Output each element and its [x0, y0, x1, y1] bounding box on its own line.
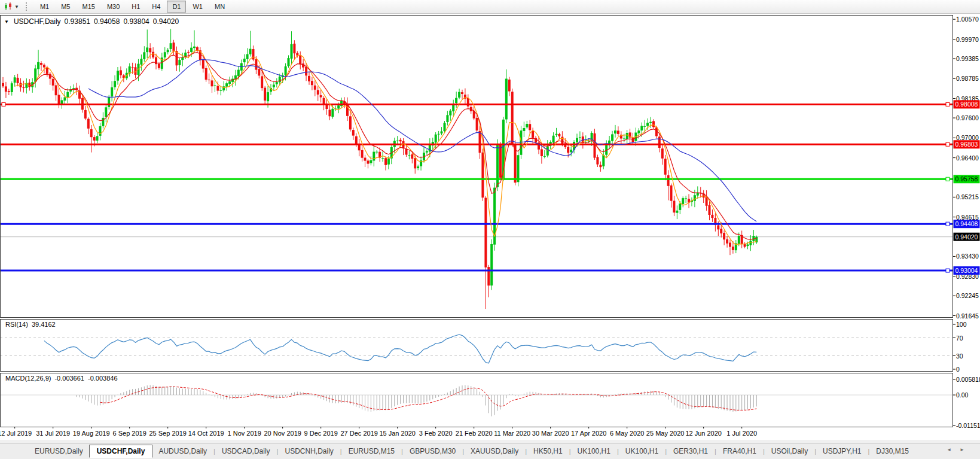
- svg-text:0.91645: 0.91645: [956, 312, 979, 320]
- chart-tabs: EURUSD,DailyUSDCHF,DailyAUDUSD,Daily|USD…: [0, 443, 915, 459]
- tab-audusd-daily[interactable]: AUDUSD,Daily: [152, 445, 213, 458]
- chart-canvas[interactable]: 1.005700.999700.993850.987850.981850.976…: [0, 14, 980, 440]
- svg-text:0.96400: 0.96400: [956, 154, 979, 162]
- svg-text:0.99970: 0.99970: [956, 36, 979, 43]
- candlestick-chart-icon: [4, 2, 13, 11]
- rsi-value: 39.4162: [32, 321, 56, 328]
- chart-symbol-period: USDCHF,Daily: [14, 17, 61, 26]
- svg-text:0.97600: 0.97600: [956, 114, 979, 121]
- svg-text:21 Feb 2020: 21 Feb 2020: [456, 430, 493, 437]
- svg-text:27 Dec 2019: 27 Dec 2019: [340, 430, 377, 437]
- tab-uk100-h1[interactable]: UK100,H1: [572, 445, 616, 458]
- rsi-name: RSI(14): [5, 321, 28, 328]
- chevron-down-icon[interactable]: ▼: [14, 4, 19, 10]
- tab-gbpusd-m30[interactable]: GBPUSD,M30: [404, 445, 462, 458]
- svg-text:12 Jul 2019: 12 Jul 2019: [0, 430, 32, 437]
- macd-name: MACD(12,26,9): [5, 375, 51, 382]
- timeframe-m15-button[interactable]: M15: [77, 1, 100, 13]
- svg-text:0.94020: 0.94020: [955, 233, 978, 241]
- svg-text:14 Oct 2019: 14 Oct 2019: [188, 430, 224, 437]
- timeframe-h1-button[interactable]: H1: [126, 1, 145, 13]
- svg-text:9 Dec 2019: 9 Dec 2019: [304, 430, 338, 437]
- svg-text:100: 100: [956, 321, 967, 328]
- svg-text:6 May 2020: 6 May 2020: [610, 430, 644, 437]
- mt4-window: ▼ M1M5M15M30H1H4D1W1MN 1.005700.999700.9…: [0, 0, 980, 459]
- rsi-indicator-label: RSI(14) 39.4162: [4, 321, 57, 328]
- svg-text:1 Jul 2020: 1 Jul 2020: [726, 430, 757, 437]
- svg-text:0.93430: 0.93430: [956, 253, 979, 260]
- tab-ger30-h1[interactable]: GER30,H1: [667, 445, 714, 458]
- timeframe-mn-button[interactable]: MN: [209, 1, 230, 13]
- tab-scroll-arrows: ◄ ►: [947, 447, 964, 452]
- toolbar: ▼ M1M5M15M30H1H4D1W1MN: [0, 0, 980, 14]
- chart-window: 1.005700.999700.993850.987850.981850.976…: [0, 14, 980, 440]
- ohlc-close: 0.94020: [153, 17, 179, 26]
- svg-text:0.98785: 0.98785: [956, 75, 979, 82]
- macd-indicator-label: MACD(12,26,9) -0.003661 -0.003846: [4, 375, 119, 382]
- svg-text:25 May 2020: 25 May 2020: [646, 430, 685, 437]
- svg-text:1 Nov 2019: 1 Nov 2019: [228, 430, 261, 437]
- svg-text:70: 70: [956, 335, 963, 342]
- svg-text:0.92245: 0.92245: [956, 292, 979, 299]
- svg-text:30 Mar 2020: 30 Mar 2020: [532, 430, 569, 437]
- ohlc-low: 0.93804: [123, 17, 149, 26]
- svg-text:30: 30: [956, 352, 963, 360]
- svg-text:0.94615: 0.94615: [956, 214, 979, 221]
- tab-eurusd-m15[interactable]: EURUSD,M15: [343, 445, 401, 458]
- tab-hk50-h1[interactable]: HK50,H1: [527, 445, 569, 458]
- svg-text:0.95758: 0.95758: [955, 175, 978, 183]
- tab-fra40-h1[interactable]: FRA40,H1: [717, 445, 762, 458]
- tab-dj30-m15[interactable]: DJ30,M15: [870, 445, 915, 458]
- timeframe-m30-button[interactable]: M30: [102, 1, 125, 13]
- svg-text:31 Jul 2019: 31 Jul 2019: [36, 430, 70, 437]
- svg-text:0.96803: 0.96803: [955, 141, 978, 148]
- tab-usdchf-daily[interactable]: USDCHF,Daily: [89, 445, 153, 458]
- svg-text:0: 0: [956, 366, 960, 373]
- ohlc-open: 0.93851: [65, 17, 90, 26]
- tabs-scroll-left-icon[interactable]: ◄: [947, 447, 951, 452]
- tab-usdcad-daily[interactable]: USDCAD,Daily: [216, 445, 276, 458]
- svg-text:6 Sep 2019: 6 Sep 2019: [113, 430, 146, 437]
- timeframe-m1-button[interactable]: M1: [35, 1, 54, 13]
- svg-text:17 Apr 2020: 17 Apr 2020: [571, 430, 606, 437]
- chart-tab-bar: EURUSD,DailyUSDCHF,DailyAUDUSD,Daily|USD…: [0, 443, 980, 459]
- svg-text:0.005818: 0.005818: [956, 376, 980, 383]
- timeframe-d1-button[interactable]: D1: [167, 1, 186, 13]
- tab-usdcnh-daily[interactable]: USDCNH,Daily: [279, 445, 339, 458]
- tab-xauusd-daily[interactable]: XAUUSD,Daily: [465, 445, 524, 458]
- svg-text:1.00570: 1.00570: [956, 16, 979, 23]
- timeframe-buttons: M1M5M15M30H1H4D1W1MN: [34, 0, 231, 13]
- svg-text:0.94408: 0.94408: [955, 220, 978, 227]
- svg-text:0.95215: 0.95215: [956, 193, 979, 200]
- tabs-scroll-right-icon[interactable]: ►: [960, 447, 964, 452]
- svg-text:0.93004: 0.93004: [955, 267, 978, 274]
- svg-text:19 Aug 2019: 19 Aug 2019: [73, 430, 110, 437]
- ohlc-high: 0.94058: [94, 17, 120, 26]
- svg-text:0.99385: 0.99385: [956, 55, 979, 62]
- toolbar-grip-handle[interactable]: [26, 2, 29, 11]
- timeframe-m5-button[interactable]: M5: [56, 1, 75, 13]
- svg-text:25 Sep 2019: 25 Sep 2019: [149, 430, 186, 437]
- chart-type-button[interactable]: ▼: [1, 1, 22, 13]
- chart-title: ▼ USDCHF,Daily 0.93851 0.94058 0.93804 0…: [4, 17, 179, 26]
- svg-text:0.00: 0.00: [956, 391, 969, 399]
- timeframe-w1-button[interactable]: W1: [187, 1, 208, 13]
- svg-text:12 Jun 2020: 12 Jun 2020: [685, 430, 722, 437]
- svg-text:11 Mar 2020: 11 Mar 2020: [494, 430, 530, 437]
- svg-text:-0.011514: -0.011514: [956, 422, 980, 429]
- svg-text:3 Feb 2020: 3 Feb 2020: [419, 430, 453, 437]
- tab-eurusd-daily[interactable]: EURUSD,Daily: [29, 445, 89, 458]
- tab-usdjpy-h1[interactable]: USDJPY,H1: [817, 445, 867, 458]
- svg-text:0.98008: 0.98008: [955, 101, 978, 108]
- macd-signal-value: -0.003846: [88, 375, 118, 382]
- tab-usoil-daily[interactable]: USOil,Daily: [765, 445, 814, 458]
- collapse-triangle-icon[interactable]: ▼: [4, 19, 9, 25]
- tab-uk100-h1[interactable]: UK100,H1: [619, 445, 664, 458]
- svg-text:20 Nov 2019: 20 Nov 2019: [264, 430, 301, 437]
- macd-main-value: -0.003661: [54, 375, 84, 382]
- svg-text:15 Jan 2020: 15 Jan 2020: [379, 430, 416, 437]
- timeframe-h4-button[interactable]: H4: [146, 1, 166, 13]
